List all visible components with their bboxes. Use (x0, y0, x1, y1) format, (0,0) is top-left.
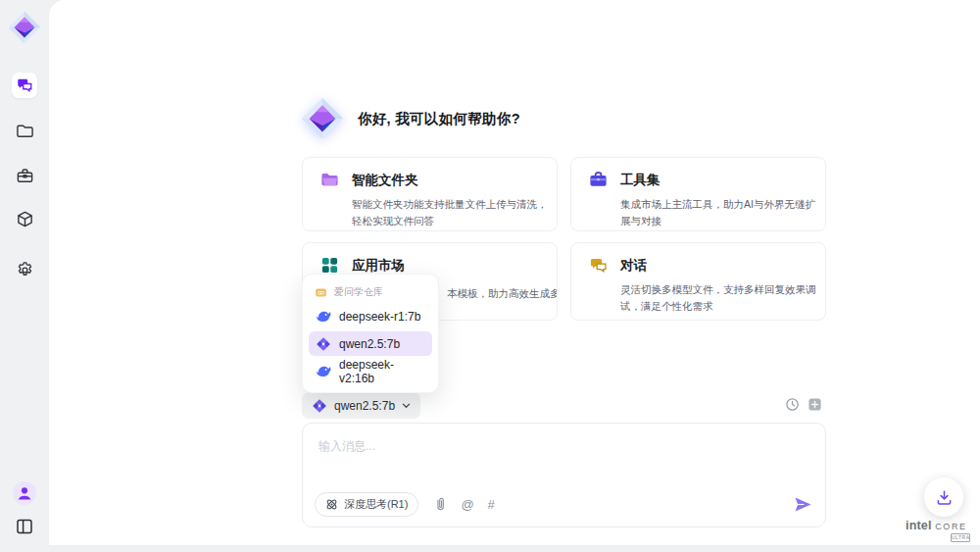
cube-icon (16, 210, 34, 228)
model-option-label: deepseek-v2:16b (339, 358, 425, 385)
card-head: 智能文件夹 (320, 171, 551, 189)
qwen-icon (316, 336, 331, 352)
atom-icon (325, 498, 338, 511)
panel-layout-icon[interactable] (15, 517, 34, 536)
intel-core-badge: intel core ultra (906, 519, 978, 542)
card-head: 工具集 (589, 171, 819, 189)
intel-brand-text: intel (906, 519, 932, 532)
model-option-deepseek-r1[interactable]: deepseek-r1:7b (309, 304, 432, 328)
card-desc: 灵活切换多模型文件，支持多样回复效果调试，满足个性化需求 (620, 281, 824, 315)
gem-logo-icon (300, 96, 345, 141)
greeting: 你好, 我可以如何帮助你? (300, 96, 520, 141)
greeting-title: 你好, 我可以如何帮助你? (358, 110, 520, 128)
deepseek-whale-icon (316, 364, 331, 379)
send-button[interactable] (794, 496, 812, 513)
intel-variant-text: ultra (951, 533, 970, 542)
model-selector-value: qwen2.5:7b (334, 399, 395, 413)
model-dropdown: 爱问学仓库 deepseek-r1:7b qwen2.5:7b (302, 274, 439, 393)
history-clock-icon[interactable] (785, 397, 800, 412)
send-icon (794, 496, 812, 513)
card-head: 对话 (589, 256, 819, 275)
card-desc: 集成市场上主流工具，助力AI与外界无缝扩展与对接 (620, 196, 824, 229)
model-option-label: qwen2.5:7b (339, 337, 400, 351)
deep-think-button[interactable]: 深度思考(R1) (315, 492, 418, 517)
settings-gear-icon (16, 261, 34, 279)
user-avatar-icon[interactable] (13, 481, 36, 505)
at-icon[interactable]: @ (461, 498, 473, 511)
card-desc-partial: 本模板，助力高效生成多 (447, 287, 558, 301)
deep-think-label: 深度思考(R1) (344, 497, 408, 512)
card-title: 应用市场 (352, 257, 405, 275)
hash-icon[interactable]: # (488, 498, 495, 511)
card-title: 对话 (620, 257, 647, 275)
sidebar-item-settings[interactable] (12, 257, 37, 282)
sidebar-item-chat[interactable] (12, 73, 37, 98)
card-toolset[interactable]: 工具集 集成市场上主流工具，助力AI与外界无缝扩展与对接 (570, 157, 826, 231)
deepseek-whale-icon (316, 309, 331, 325)
qwen-icon (312, 398, 327, 414)
composer: 深度思考(R1) @ # (302, 423, 826, 527)
model-selector[interactable]: qwen2.5:7b (302, 392, 420, 419)
card-smart-folder[interactable]: 智能文件夹 智能文件夹功能支持批量文件上传与清洗，轻松实现文件问答 (302, 157, 558, 231)
card-title: 智能文件夹 (352, 172, 418, 189)
main-surface: 你好, 我可以如何帮助你? 智能文件夹 智能文件夹功能支持批量文件上传与清洗，轻… (49, 0, 980, 545)
new-chat-icon[interactable] (808, 397, 822, 412)
message-input[interactable] (307, 427, 820, 478)
card-desc: 智能文件夹功能支持批量文件上传与清洗，轻松实现文件问答 (352, 196, 556, 229)
sidebar (0, 0, 49, 552)
gold-chat-icon (589, 256, 608, 275)
model-option-qwen[interactable]: qwen2.5:7b (309, 331, 432, 356)
sidebar-item-models[interactable] (12, 206, 37, 231)
purple-folder-icon (320, 171, 339, 189)
model-option-label: deepseek-r1:7b (339, 310, 420, 324)
attach-tools: @ # (434, 497, 494, 512)
repo-icon (315, 286, 327, 299)
chat-icon (16, 76, 33, 94)
download-icon (936, 489, 953, 506)
folder-icon (16, 122, 34, 140)
intel-core-text: core (935, 519, 966, 532)
teal-grid-icon (320, 256, 339, 275)
toolbox-icon (16, 167, 34, 185)
composer-toolbar: 深度思考(R1) @ # (315, 492, 812, 517)
app-window: 你好, 我可以如何帮助你? 智能文件夹 智能文件夹功能支持批量文件上传与清洗，轻… (0, 0, 980, 552)
download-fab[interactable] (924, 477, 963, 517)
paperclip-icon[interactable] (434, 497, 447, 512)
model-group-label: 爱问学仓库 (303, 279, 438, 301)
card-title: 工具集 (620, 172, 661, 189)
app-gem-logo-icon (7, 10, 42, 45)
card-conversation[interactable]: 对话 灵活切换多模型文件，支持多样回复效果调试，满足个性化需求 (570, 242, 826, 321)
indigo-briefcase-icon (589, 171, 608, 189)
model-option-deepseek-v2[interactable]: deepseek-v2:16b (309, 359, 432, 383)
model-group-text: 爱问学仓库 (334, 285, 383, 299)
card-head: 应用市场 (320, 256, 551, 275)
chevron-down-icon (402, 403, 411, 409)
sidebar-item-folders[interactable] (12, 118, 37, 143)
chat-actions (785, 397, 822, 412)
sidebar-item-toolbox[interactable] (12, 163, 37, 188)
